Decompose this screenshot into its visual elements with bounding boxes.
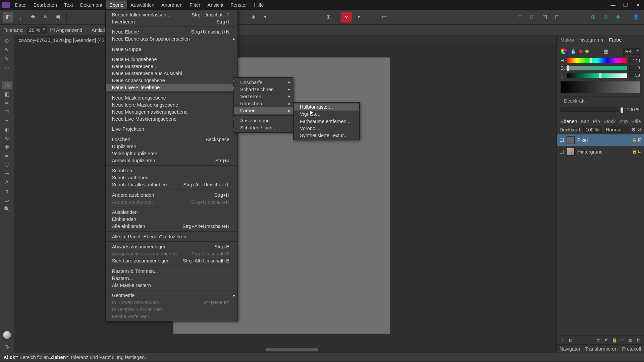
menu-item[interactable]: Schützen <box>106 167 237 174</box>
menu-item[interactable]: Verknüpft duplizieren <box>106 150 237 157</box>
menu-item[interactable]: InvertierenStrg+I <box>106 18 237 25</box>
menu-auswählen[interactable]: Auswählen <box>127 0 158 9</box>
zoom-tool-icon[interactable]: 🔍 <box>2 205 12 213</box>
minimize-button[interactable]: — <box>607 0 619 10</box>
layer-row[interactable]: ☐Pixel🔒 ☑ <box>557 134 644 146</box>
mesh-warp-icon[interactable]: ⌗ <box>2 187 12 195</box>
menu-item[interactable]: Als Maske rastern <box>106 282 237 289</box>
erase-brush-icon[interactable]: ◫ <box>2 108 12 116</box>
group-icon[interactable]: ▭ <box>619 337 625 343</box>
eyedropper-icon[interactable]: 💧 <box>570 48 576 54</box>
menu-item[interactable]: Alle im Panel "Ebenen" reduzieren <box>106 233 237 240</box>
fx-icon[interactable]: fx <box>595 337 601 343</box>
menu-item[interactable]: Neue Musterebene... <box>106 63 237 70</box>
lum-slider[interactable] <box>567 73 627 77</box>
menu-item[interactable]: Rastern & Trimmen... <box>106 267 237 275</box>
menu-item[interactable]: Farbsäume entfernen... <box>294 118 359 125</box>
menu-item[interactable]: Bereich füllen verblassen...Strg+Umschal… <box>106 11 237 18</box>
menu-bearbeiten[interactable]: Bearbeiten <box>30 0 60 9</box>
blend-mode-dropdown[interactable]: Normal <box>603 126 629 133</box>
arrange-front-icon[interactable]: ◲ <box>527 12 538 22</box>
menu-item[interactable]: Duplizieren <box>106 143 237 150</box>
menu-item[interactable]: Rastern... <box>106 275 237 282</box>
persona-develop-icon[interactable]: ✺ <box>28 12 38 22</box>
gradient-tool-icon[interactable]: ◧ <box>2 90 12 98</box>
panel-tab-histogramm[interactable]: Histogramm <box>578 37 604 43</box>
color-picker-icon[interactable]: ✎ <box>2 55 12 63</box>
menu-item[interactable]: Neue Ebene aus Snapshot erstellen <box>106 35 237 42</box>
opacity-grid-icon[interactable]: ▦ <box>604 48 608 54</box>
flood-fill-icon[interactable]: ⬭ <box>2 81 12 89</box>
visibility-icon[interactable]: ☐ <box>559 149 564 155</box>
layer-tab-anp[interactable]: Anp <box>619 118 628 124</box>
sat-slider[interactable] <box>567 66 627 70</box>
help-icon[interactable]: ? <box>341 12 352 22</box>
panel-tab-navigator[interactable]: Navigator <box>559 346 580 352</box>
menu-anordnen[interactable]: Anordnen <box>158 0 186 9</box>
pen-tool-icon[interactable]: ✒ <box>2 152 12 160</box>
menu-item[interactable]: Ausblenden <box>106 208 237 216</box>
visibility-icon[interactable]: ☐ <box>559 137 564 143</box>
lock-icon[interactable]: 🔒 ☑ <box>632 138 641 142</box>
menu-item[interactable]: Ausleuchtung... <box>234 117 293 124</box>
shape-tool-icon[interactable]: ▭ <box>2 170 12 178</box>
persona-export-icon[interactable]: ▣ <box>52 12 63 22</box>
persona-photo-icon[interactable]: ◧ <box>3 12 13 22</box>
panel-tab-protokoll[interactable]: Protokoll <box>622 346 641 352</box>
record-icon[interactable]: ▭ <box>379 12 390 22</box>
menu-hilfe[interactable]: Hilfe <box>251 0 267 9</box>
menu-datei[interactable]: Datei <box>11 0 30 9</box>
menu-item[interactable]: Scharfzeichnen <box>234 86 293 93</box>
arrange-inside-icon[interactable]: ◳ <box>539 12 550 22</box>
menu-item[interactable]: Live-Projektion <box>106 126 237 133</box>
mask-icon[interactable]: ◫ <box>559 337 566 343</box>
account-icon[interactable]: 👤 <box>631 12 641 22</box>
paint-brush-icon[interactable]: ✏ <box>2 99 12 107</box>
menu-ansicht[interactable]: Ansicht <box>204 0 227 9</box>
snapshot-a-icon[interactable]: ◍ <box>588 12 599 22</box>
menu-item[interactable]: Geometrie <box>106 292 237 299</box>
color-swatch[interactable] <box>2 330 11 339</box>
gear-icon[interactable]: ⚙ <box>631 127 636 132</box>
h-scrollbar[interactable] <box>32 347 552 352</box>
menu-item[interactable]: Auswahl duplizierenStrg+J <box>106 157 237 164</box>
grid-icon[interactable]: ⊞ <box>323 12 334 22</box>
color-wheel-icon[interactable] <box>560 48 568 55</box>
selection-brush-icon[interactable]: 〰 <box>2 72 12 80</box>
dodge-brush-icon[interactable]: ◐ <box>2 126 12 134</box>
chevron-down-icon[interactable]: ▾ <box>354 12 364 22</box>
lock-icon[interactable]: 🔒 ☑ <box>632 149 641 154</box>
menu-item[interactable]: Neue Füllungsebene <box>106 56 237 63</box>
menu-item[interactable]: Neue Gruppe <box>106 46 237 53</box>
layer-row[interactable]: ☐Hintergrund🔒 ☑ <box>557 146 644 157</box>
menu-item[interactable]: Farben <box>234 107 293 114</box>
crop-tool-icon[interactable]: ▱ <box>2 64 12 72</box>
hue-input[interactable] <box>629 57 640 63</box>
contiguous-checkbox[interactable]: ✓Angrenzend <box>50 27 82 33</box>
sat-input[interactable] <box>629 65 640 71</box>
lum-input[interactable] <box>629 72 640 78</box>
menu-item[interactable]: Sichtbare zusammenlegenStrg+Alt+Umschalt… <box>106 257 237 264</box>
menu-item[interactable]: Einblenden <box>106 216 237 223</box>
layer-tab-ebenen[interactable]: Ebenen <box>560 118 577 124</box>
menu-item[interactable]: Vignette... <box>294 111 359 118</box>
lock-icon[interactable]: 🔒 <box>611 337 617 343</box>
panel-tab-transformieren[interactable]: Transformieren <box>585 346 618 352</box>
menu-item[interactable]: Neue Live-Maskierungsebene <box>106 115 237 122</box>
layer-tab-kan[interactable]: Kan <box>581 118 589 124</box>
menu-item[interactable]: Voronoi... <box>294 125 359 132</box>
menu-item[interactable]: Unschärfe <box>234 79 293 86</box>
menu-item[interactable]: Schutz für alles aufhebenStrg+Alt+Umscha… <box>106 181 237 188</box>
swap-colors-icon[interactable]: ⇅ <box>2 343 12 351</box>
arrange-back-icon[interactable]: ◱ <box>515 12 525 22</box>
menu-item[interactable]: Synthetisierte Textur... <box>294 132 359 139</box>
add-layer-icon[interactable]: ▦ <box>627 337 633 343</box>
layer-tab-stock[interactable]: Stock <box>603 118 615 124</box>
quickmask-icon[interactable]: ◈ <box>248 12 258 22</box>
menu-item[interactable]: Alle einblendenStrg+Alt+Umschalt+H <box>106 223 237 230</box>
smudge-brush-icon[interactable]: ∿ <box>2 134 12 142</box>
menu-fenster[interactable]: Fenster <box>227 0 251 9</box>
menu-item[interactable]: Abwärts zusammenlegenStrg+E <box>106 243 237 250</box>
menu-item[interactable]: Neue Maskierungsebene <box>106 94 237 101</box>
color-mode-dropdown[interactable]: HSL <box>623 48 640 55</box>
